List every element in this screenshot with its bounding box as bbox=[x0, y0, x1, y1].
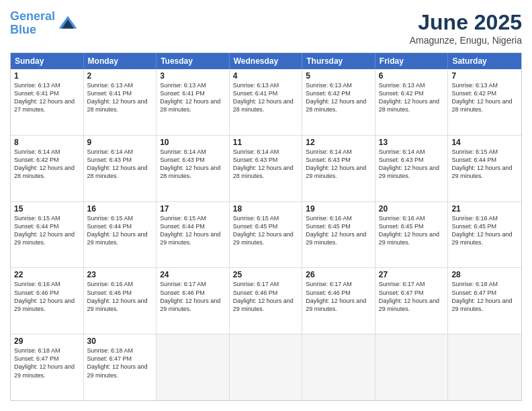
day-number: 4 bbox=[233, 71, 299, 81]
cell-info: Sunrise: 6:14 AMSunset: 6:42 PMDaylight:… bbox=[14, 148, 75, 179]
calendar-cell-r2-c2: 17 Sunrise: 6:15 AMSunset: 6:44 PMDaylig… bbox=[157, 202, 230, 268]
calendar-cell-r0-c5: 6 Sunrise: 6:13 AMSunset: 6:42 PMDayligh… bbox=[375, 69, 449, 135]
cell-info: Sunrise: 6:14 AMSunset: 6:43 PMDaylight:… bbox=[87, 148, 148, 179]
header: General Blue June 2025 Amagunze, Enugu, … bbox=[10, 10, 522, 46]
cell-info: Sunrise: 6:17 AMSunset: 6:46 PMDaylight:… bbox=[160, 281, 220, 312]
calendar-cell-r1-c6: 14 Sunrise: 6:15 AMSunset: 6:44 PMDaylig… bbox=[448, 136, 521, 201]
calendar-cell-r1-c0: 8 Sunrise: 6:14 AMSunset: 6:42 PMDayligh… bbox=[11, 136, 84, 201]
calendar-cell-r1-c3: 11 Sunrise: 6:14 AMSunset: 6:43 PMDaylig… bbox=[230, 136, 303, 201]
logo: General Blue bbox=[10, 10, 78, 37]
day-number: 21 bbox=[451, 204, 518, 214]
cell-info: Sunrise: 6:15 AMSunset: 6:44 PMDaylight:… bbox=[14, 215, 75, 246]
calendar-cell-r2-c1: 16 Sunrise: 6:15 AMSunset: 6:44 PMDaylig… bbox=[84, 202, 157, 268]
calendar-cell-r4-c6 bbox=[448, 334, 521, 400]
cell-info: Sunrise: 6:17 AMSunset: 6:47 PMDaylight:… bbox=[379, 281, 439, 312]
calendar-cell-r0-c2: 3 Sunrise: 6:13 AMSunset: 6:41 PMDayligh… bbox=[157, 69, 230, 135]
day-number: 8 bbox=[14, 138, 80, 147]
day-number: 9 bbox=[87, 138, 153, 147]
day-number: 28 bbox=[451, 270, 518, 279]
day-number: 16 bbox=[87, 204, 153, 214]
calendar-cell-r4-c4 bbox=[302, 334, 375, 400]
day-number: 22 bbox=[14, 270, 80, 279]
header-sunday: Sunday bbox=[11, 53, 84, 69]
day-number: 19 bbox=[306, 204, 371, 214]
day-number: 5 bbox=[306, 71, 371, 81]
day-number: 26 bbox=[306, 270, 371, 279]
cell-info: Sunrise: 6:14 AMSunset: 6:43 PMDaylight:… bbox=[233, 148, 294, 179]
calendar-cell-r3-c1: 23 Sunrise: 6:16 AMSunset: 6:46 PMDaylig… bbox=[84, 268, 157, 334]
cell-info: Sunrise: 6:15 AMSunset: 6:44 PMDaylight:… bbox=[87, 215, 148, 246]
location: Amagunze, Enugu, Nigeria bbox=[410, 35, 522, 46]
calendar-cell-r2-c3: 18 Sunrise: 6:15 AMSunset: 6:45 PMDaylig… bbox=[230, 202, 303, 268]
day-number: 17 bbox=[160, 204, 226, 214]
cell-info: Sunrise: 6:18 AMSunset: 6:47 PMDaylight:… bbox=[14, 347, 75, 378]
day-number: 14 bbox=[451, 138, 518, 147]
calendar-cell-r4-c3 bbox=[230, 334, 303, 400]
cell-info: Sunrise: 6:13 AMSunset: 6:42 PMDaylight:… bbox=[451, 82, 512, 113]
calendar: Sunday Monday Tuesday Wednesday Thursday… bbox=[10, 52, 522, 401]
calendar-cell-r3-c6: 28 Sunrise: 6:18 AMSunset: 6:47 PMDaylig… bbox=[448, 268, 521, 334]
logo-general: General bbox=[10, 9, 55, 23]
day-number: 11 bbox=[233, 138, 299, 147]
cell-info: Sunrise: 6:14 AMSunset: 6:43 PMDaylight:… bbox=[306, 148, 366, 179]
calendar-cell-r4-c2 bbox=[157, 334, 230, 400]
day-number: 2 bbox=[87, 71, 153, 81]
page: General Blue June 2025 Amagunze, Enugu, … bbox=[0, 0, 532, 411]
calendar-cell-r4-c1: 30 Sunrise: 6:18 AMSunset: 6:47 PMDaylig… bbox=[84, 334, 157, 400]
cell-info: Sunrise: 6:13 AMSunset: 6:42 PMDaylight:… bbox=[306, 82, 366, 113]
day-number: 18 bbox=[233, 204, 299, 214]
calendar-cell-r0-c1: 2 Sunrise: 6:13 AMSunset: 6:41 PMDayligh… bbox=[84, 69, 157, 135]
calendar-cell-r2-c4: 19 Sunrise: 6:16 AMSunset: 6:45 PMDaylig… bbox=[302, 202, 375, 268]
cell-info: Sunrise: 6:18 AMSunset: 6:47 PMDaylight:… bbox=[451, 281, 512, 312]
day-number: 27 bbox=[379, 270, 445, 279]
header-friday: Friday bbox=[375, 53, 449, 69]
logo-text: General Blue bbox=[10, 10, 55, 37]
cell-info: Sunrise: 6:15 AMSunset: 6:45 PMDaylight:… bbox=[233, 215, 294, 246]
day-number: 15 bbox=[14, 204, 80, 214]
cell-info: Sunrise: 6:17 AMSunset: 6:46 PMDaylight:… bbox=[233, 281, 294, 312]
cell-info: Sunrise: 6:16 AMSunset: 6:45 PMDaylight:… bbox=[451, 215, 512, 246]
cell-info: Sunrise: 6:14 AMSunset: 6:43 PMDaylight:… bbox=[379, 148, 439, 179]
cell-info: Sunrise: 6:13 AMSunset: 6:41 PMDaylight:… bbox=[233, 82, 294, 113]
day-number: 10 bbox=[160, 138, 226, 147]
day-number: 7 bbox=[451, 71, 518, 81]
header-thursday: Thursday bbox=[302, 53, 375, 69]
cell-info: Sunrise: 6:18 AMSunset: 6:47 PMDaylight:… bbox=[87, 347, 148, 378]
calendar-row-0: 1 Sunrise: 6:13 AMSunset: 6:41 PMDayligh… bbox=[11, 69, 521, 136]
logo-icon bbox=[58, 13, 78, 34]
day-number: 20 bbox=[379, 204, 445, 214]
calendar-cell-r3-c3: 25 Sunrise: 6:17 AMSunset: 6:46 PMDaylig… bbox=[230, 268, 303, 334]
cell-info: Sunrise: 6:16 AMSunset: 6:46 PMDaylight:… bbox=[87, 281, 148, 312]
calendar-cell-r3-c4: 26 Sunrise: 6:17 AMSunset: 6:46 PMDaylig… bbox=[302, 268, 375, 334]
calendar-cell-r3-c0: 22 Sunrise: 6:16 AMSunset: 6:46 PMDaylig… bbox=[11, 268, 84, 334]
day-number: 3 bbox=[160, 71, 226, 81]
calendar-cell-r3-c5: 27 Sunrise: 6:17 AMSunset: 6:47 PMDaylig… bbox=[375, 268, 449, 334]
day-number: 1 bbox=[14, 71, 80, 81]
calendar-row-2: 15 Sunrise: 6:15 AMSunset: 6:44 PMDaylig… bbox=[11, 202, 521, 269]
header-saturday: Saturday bbox=[448, 53, 521, 69]
day-number: 29 bbox=[14, 336, 80, 346]
calendar-cell-r4-c5 bbox=[375, 334, 449, 400]
day-number: 12 bbox=[306, 138, 371, 147]
cell-info: Sunrise: 6:13 AMSunset: 6:42 PMDaylight:… bbox=[379, 82, 439, 113]
cell-info: Sunrise: 6:17 AMSunset: 6:46 PMDaylight:… bbox=[306, 281, 366, 312]
calendar-row-4: 29 Sunrise: 6:18 AMSunset: 6:47 PMDaylig… bbox=[11, 334, 521, 400]
day-number: 30 bbox=[87, 336, 153, 346]
calendar-cell-r1-c1: 9 Sunrise: 6:14 AMSunset: 6:43 PMDayligh… bbox=[84, 136, 157, 201]
calendar-cell-r0-c6: 7 Sunrise: 6:13 AMSunset: 6:42 PMDayligh… bbox=[448, 69, 521, 135]
logo-blue: Blue bbox=[10, 23, 36, 36]
header-monday: Monday bbox=[84, 53, 157, 69]
title-area: June 2025 Amagunze, Enugu, Nigeria bbox=[410, 10, 522, 46]
cell-info: Sunrise: 6:15 AMSunset: 6:44 PMDaylight:… bbox=[451, 148, 512, 179]
calendar-cell-r4-c0: 29 Sunrise: 6:18 AMSunset: 6:47 PMDaylig… bbox=[11, 334, 84, 400]
cell-info: Sunrise: 6:16 AMSunset: 6:46 PMDaylight:… bbox=[14, 281, 75, 312]
calendar-header: Sunday Monday Tuesday Wednesday Thursday… bbox=[11, 53, 521, 69]
calendar-cell-r0-c0: 1 Sunrise: 6:13 AMSunset: 6:41 PMDayligh… bbox=[11, 69, 84, 135]
calendar-row-3: 22 Sunrise: 6:16 AMSunset: 6:46 PMDaylig… bbox=[11, 268, 521, 334]
day-number: 25 bbox=[233, 270, 299, 279]
calendar-cell-r1-c5: 13 Sunrise: 6:14 AMSunset: 6:43 PMDaylig… bbox=[375, 136, 449, 201]
calendar-cell-r2-c5: 20 Sunrise: 6:16 AMSunset: 6:45 PMDaylig… bbox=[375, 202, 449, 268]
cell-info: Sunrise: 6:13 AMSunset: 6:41 PMDaylight:… bbox=[160, 82, 220, 113]
header-tuesday: Tuesday bbox=[157, 53, 230, 69]
cell-info: Sunrise: 6:16 AMSunset: 6:45 PMDaylight:… bbox=[379, 215, 439, 246]
